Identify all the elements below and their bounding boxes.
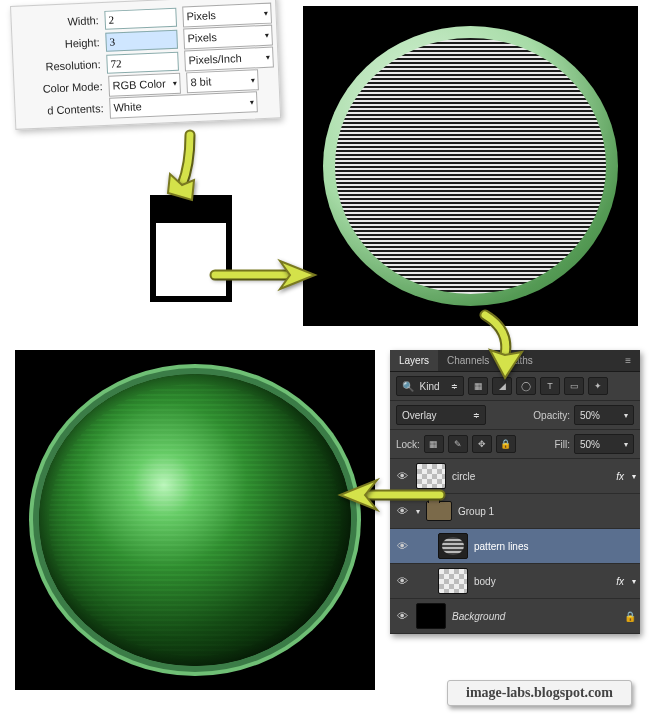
tab-channels[interactable]: Channels	[438, 350, 498, 371]
chevron-down-icon: ▾	[265, 52, 269, 61]
filter-kind-select[interactable]: 🔍Kind≑	[396, 376, 464, 396]
visibility-icon[interactable]: 👁	[394, 505, 410, 517]
layer-thumb	[416, 463, 446, 489]
layers-panel: Layers Channels Paths ≡ 🔍Kind≑ ▦ ◢ ◯ T ▭…	[390, 350, 640, 634]
blend-mode-select[interactable]: Overlay≑	[396, 405, 486, 425]
lock-label: Lock:	[396, 439, 420, 450]
layer-name: circle	[452, 471, 610, 482]
lined-circle	[323, 26, 618, 306]
lock-icon: 🔒	[624, 611, 636, 622]
resolution-unit-value: Pixels/Inch	[188, 52, 242, 66]
resolution-label: Resolution:	[17, 58, 106, 74]
layer-name: Background	[452, 611, 618, 622]
green-sphere	[39, 374, 351, 666]
resolution-input[interactable]	[106, 51, 179, 73]
height-unit-select[interactable]: Pixels ▾	[183, 24, 273, 49]
visibility-icon[interactable]: 👁	[394, 610, 410, 622]
height-input[interactable]	[105, 29, 178, 51]
layer-thumb	[416, 603, 446, 629]
lock-position-icon[interactable]: ✥	[472, 435, 492, 453]
layer-body[interactable]: 👁 body fx ▾	[390, 564, 640, 599]
chevron-down-icon: ▾	[250, 75, 254, 84]
filter-shape-icon[interactable]: ▭	[564, 377, 584, 395]
kind-label: Kind	[419, 381, 439, 392]
credit-badge: image-labs.blogspot.com	[447, 680, 632, 706]
colordepth-value: 8 bit	[190, 75, 211, 88]
layer-pattern-lines[interactable]: 👁 pattern lines	[390, 529, 640, 564]
colormode-select[interactable]: RGB Color ▾	[108, 72, 181, 96]
width-label: Width:	[16, 14, 105, 30]
contents-label: d Contents:	[19, 102, 109, 118]
tab-layers[interactable]: Layers	[390, 350, 438, 371]
chevron-down-icon: ▾	[249, 97, 253, 106]
canvas-green-sphere	[15, 350, 375, 690]
fill-value: 50%	[580, 439, 600, 450]
fill-input[interactable]: 50%▾	[574, 434, 634, 454]
visibility-icon[interactable]: 👁	[394, 540, 410, 552]
filter-smart-icon[interactable]: ✦	[588, 377, 608, 395]
layer-background[interactable]: 👁 Background 🔒	[390, 599, 640, 634]
width-unit-value: Pixels	[186, 9, 216, 22]
height-unit-value: Pixels	[187, 31, 217, 44]
fx-badge[interactable]: fx	[616, 576, 624, 587]
blend-mode-value: Overlay	[402, 410, 436, 421]
filter-pixel-icon[interactable]: ▦	[468, 377, 488, 395]
panel-menu-icon[interactable]: ≡	[616, 350, 640, 371]
opacity-label: Opacity:	[533, 410, 570, 421]
chevron-down-icon[interactable]: ▾	[632, 472, 636, 481]
lock-all-icon[interactable]: 🔒	[496, 435, 516, 453]
layer-name: Group 1	[458, 506, 636, 517]
pattern-swatch	[150, 195, 232, 302]
fill-label: Fill:	[554, 439, 570, 450]
filter-row: 🔍Kind≑ ▦ ◢ ◯ T ▭ ✦	[390, 372, 640, 401]
chevron-down-icon: ▾	[172, 78, 176, 87]
new-document-dialog: Width: Pixels ▾ Height: Pixels ▾ Resolut…	[10, 0, 281, 130]
chevron-down-icon[interactable]: ▾	[632, 577, 636, 586]
height-label: Height:	[16, 36, 105, 52]
panel-tabs: Layers Channels Paths ≡	[390, 350, 640, 372]
filter-mask-icon[interactable]: ◯	[516, 377, 536, 395]
layer-name: pattern lines	[474, 541, 636, 552]
layer-name: body	[474, 576, 610, 587]
lock-transparent-icon[interactable]: ▦	[424, 435, 444, 453]
layer-thumb	[438, 568, 468, 594]
layer-group1[interactable]: 👁 ▾ Group 1	[390, 494, 640, 529]
layer-circle[interactable]: 👁 circle fx ▾	[390, 459, 640, 494]
visibility-icon[interactable]: 👁	[394, 575, 410, 587]
resolution-unit-select[interactable]: Pixels/Inch ▾	[184, 46, 274, 71]
tab-paths[interactable]: Paths	[498, 350, 542, 371]
folder-icon	[426, 501, 452, 521]
colormode-label: Color Mode:	[18, 80, 108, 96]
canvas-lined-circle	[303, 6, 638, 326]
colormode-value: RGB Color	[112, 77, 166, 91]
filter-type-icon[interactable]: T	[540, 377, 560, 395]
opacity-input[interactable]: 50%▾	[574, 405, 634, 425]
width-input[interactable]	[104, 7, 177, 29]
group-toggle-icon[interactable]: ▾	[416, 507, 420, 516]
chevron-down-icon: ▾	[263, 8, 267, 17]
fx-badge[interactable]: fx	[616, 471, 624, 482]
chevron-down-icon: ▾	[264, 30, 268, 39]
layer-thumb	[438, 533, 468, 559]
filter-adjust-icon[interactable]: ◢	[492, 377, 512, 395]
contents-value: White	[113, 100, 142, 113]
colordepth-select[interactable]: 8 bit ▾	[186, 69, 259, 93]
width-unit-select[interactable]: Pixels ▾	[182, 2, 272, 27]
visibility-icon[interactable]: 👁	[394, 470, 410, 482]
opacity-value: 50%	[580, 410, 600, 421]
lock-paint-icon[interactable]: ✎	[448, 435, 468, 453]
